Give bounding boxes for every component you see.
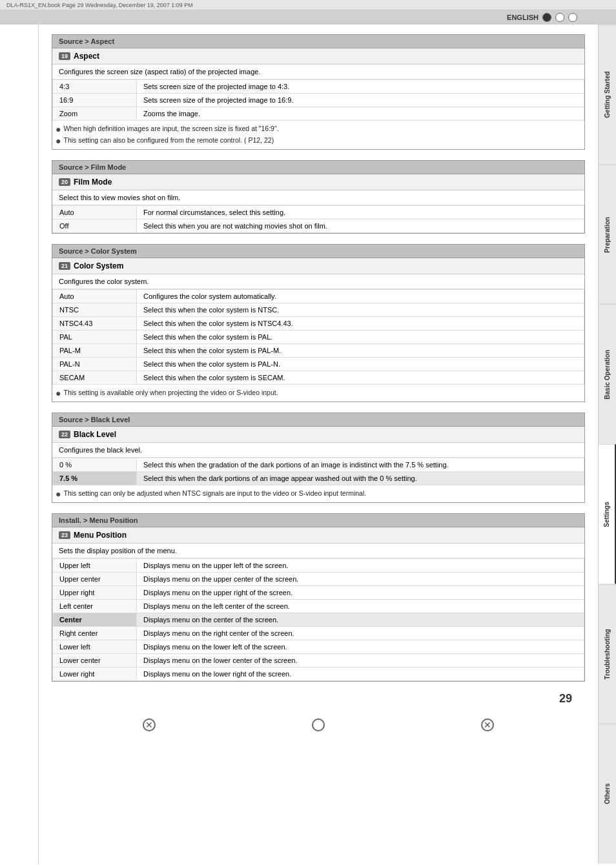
section-title-text-install-menu-position: Menu Position [74,531,127,540]
row-value: Displays menu on the right center of the… [137,627,584,640]
data-table-source-film-mode: Auto For normal circumstances, select th… [52,205,584,233]
row-value: Configures the color system automaticall… [137,290,584,303]
lang-circle-3 [568,13,577,22]
bottom-marks: ✕ ✕ [52,718,585,731]
note-text: This setting can also be configured from… [63,136,274,144]
row-key: Auto [53,206,137,219]
note-text: This setting is available only when proj… [63,389,278,396]
row-key: Right center [53,627,137,640]
section-title-text-source-film-mode: Film Mode [74,178,112,187]
row-value: For normal circumstances, select this se… [137,206,584,219]
note-text: When high definition images are input, t… [63,125,278,132]
note-bullet: ● [56,136,61,145]
note-bullet: ● [56,125,61,134]
section-title-text-source-color-system: Color System [74,261,123,270]
language-indicator: ENGLISH [507,13,577,22]
note-item: ● This setting can only be adjusted when… [56,488,581,500]
table-row: Right center Displays menu on the right … [53,627,584,640]
row-value: Displays menu on the upper left of the s… [137,559,584,573]
section-header-install-menu-position: Install. > Menu Position [52,514,584,527]
row-key: Center [53,613,137,627]
sidebar-tab-basic-operation[interactable]: Basic Operation [599,304,616,444]
table-row: NTSC Select this when the color system i… [53,303,584,317]
row-key: PAL [53,331,137,344]
sidebar-tab-preparation[interactable]: Preparation [599,165,616,305]
row-key: Off [53,219,137,233]
row-value: Select this when the color system is PAL… [137,358,584,371]
section-num-install-menu-position: 23 [59,531,70,539]
row-value: Select this when the gradation of the da… [137,458,584,472]
table-row: 0 % Select this when the gradation of th… [53,458,584,472]
row-key: Upper left [53,559,137,573]
row-key: Lower center [53,654,137,667]
row-value: Zooms the image. [137,107,584,121]
main-content: Source > Aspect 19 Aspect Configures the… [0,25,616,864]
table-row: Auto Configures the color system automat… [53,290,584,303]
section-desc-source-black-level: Configures the black level. [52,443,584,458]
row-key: 0 % [53,458,137,472]
row-key: Auto [53,290,137,303]
data-table-install-menu-position: Upper left Displays menu on the upper le… [52,558,584,681]
row-key: 7.5 % [53,472,137,485]
table-row: Lower center Displays menu on the lower … [53,654,584,667]
section-title-source-film-mode: 20 Film Mode [52,174,584,190]
bottom-circle-left: ✕ [143,718,156,731]
section-source-color-system: Source > Color System 21 Color System Co… [52,244,585,402]
left-margin [0,25,39,864]
section-num-source-film-mode: 20 [59,178,70,186]
sidebar-tab-getting-started[interactable]: Getting Started [599,25,616,165]
row-key: Upper right [53,586,137,600]
table-row: PAL-M Select this when the color system … [53,344,584,358]
section-desc-source-color-system: Configures the color system. [52,274,584,289]
sidebar-tab-others[interactable]: Others [599,724,616,864]
section-title-source-color-system: 21 Color System [52,258,584,274]
notes-area-source-aspect: ● When high definition images are input,… [52,121,584,149]
section-install-menu-position: Install. > Menu Position 23 Menu Positio… [52,513,585,682]
row-value: Displays menu on the lower right of the … [137,667,584,681]
table-row: Upper center Displays menu on the upper … [53,573,584,586]
section-header-source-film-mode: Source > Film Mode [52,161,584,174]
row-value: Select this when the color system is PAL… [137,331,584,344]
table-row: Lower left Displays menu on the lower le… [53,640,584,654]
bottom-circle-center [312,718,325,731]
row-key: Upper center [53,573,137,586]
section-desc-source-film-mode: Select this to view movies shot on film. [52,190,584,205]
row-key: 16:9 [53,94,137,107]
section-source-aspect: Source > Aspect 19 Aspect Configures the… [52,34,585,150]
row-key: Lower right [53,667,137,681]
section-source-black-level: Source > Black Level 22 Black Level Conf… [52,412,585,503]
section-header-source-black-level: Source > Black Level [52,413,584,427]
note-text: This setting can only be adjusted when N… [63,489,366,497]
note-bullet: ● [56,389,61,398]
row-key: PAL-N [53,358,137,371]
data-table-source-aspect: 4:3 Sets screen size of the projected im… [52,79,584,121]
table-row: Auto For normal circumstances, select th… [53,206,584,219]
section-title-source-aspect: 19 Aspect [52,48,584,65]
section-title-source-black-level: 22 Black Level [52,427,584,443]
table-row: PAL-N Select this when the color system … [53,358,584,371]
sidebar-tab-troubleshooting[interactable]: Troubleshooting [599,584,616,724]
note-item: ● This setting is available only when pr… [56,387,581,399]
sidebar-tab-settings[interactable]: Settings [599,444,616,584]
content-area: Source > Aspect 19 Aspect Configures the… [39,25,598,864]
row-key: PAL-M [53,344,137,358]
page-number: 29 [52,692,585,706]
table-row: Center Displays menu on the center of th… [53,613,584,627]
table-row: Lower right Displays menu on the lower r… [53,667,584,681]
row-key: Zoom [53,107,137,121]
row-value: Sets screen size of the projected image … [137,94,584,107]
section-title-install-menu-position: 23 Menu Position [52,527,584,544]
table-row: Upper left Displays menu on the upper le… [53,559,584,573]
data-table-source-color-system: Auto Configures the color system automat… [52,289,584,385]
print-info-text: DLA-RS1X_EN.book Page 29 Wednesday, Dece… [6,2,193,8]
bottom-circle-right: ✕ [481,718,494,731]
table-row: 16:9 Sets screen size of the projected i… [53,94,584,107]
table-row: 7.5 % Select this when the dark portions… [53,472,584,485]
row-key: SECAM [53,371,137,385]
row-value: Select this when the color system is SEC… [137,371,584,385]
row-key: NTSC [53,303,137,317]
print-info-bar: DLA-RS1X_EN.book Page 29 Wednesday, Dece… [0,0,616,10]
section-num-source-color-system: 21 [59,262,70,270]
section-source-film-mode: Source > Film Mode 20 Film Mode Select t… [52,160,585,234]
row-value: Displays menu on the lower center of the… [137,654,584,667]
